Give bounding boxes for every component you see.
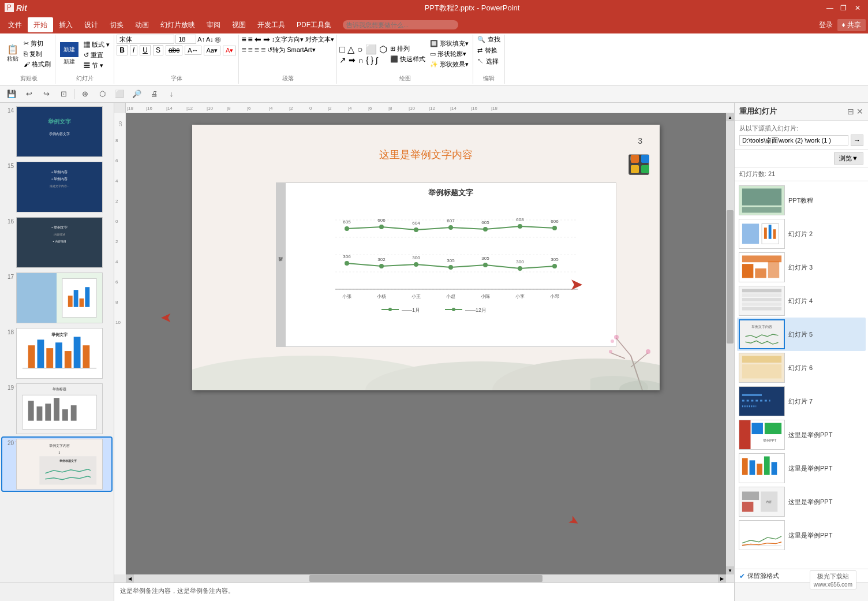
menu-animations[interactable]: 动画 bbox=[129, 17, 155, 32]
section-button[interactable]: ☰ 节 ▾ bbox=[82, 61, 111, 70]
close-button[interactable]: ✕ bbox=[852, 2, 863, 14]
panel-slide-item-8[interactable]: 举例PPT 这里是举例PPT bbox=[737, 418, 866, 451]
slide-thumb-17[interactable]: 17 bbox=[2, 271, 111, 324]
indent-decrease-button[interactable]: ⬅ bbox=[255, 35, 261, 44]
shadow-button[interactable]: S bbox=[153, 45, 163, 55]
scroll-thumb-v[interactable] bbox=[727, 210, 734, 344]
font-family-input[interactable] bbox=[117, 35, 174, 44]
arrow-source-button[interactable]: → bbox=[851, 135, 863, 146]
scroll-down-button[interactable]: ▼ bbox=[726, 566, 734, 574]
copy-button[interactable]: ⎘ 复制 bbox=[22, 49, 53, 59]
justify-button[interactable]: ≡ bbox=[261, 45, 265, 54]
font-color-button[interactable]: A▾ bbox=[223, 46, 236, 55]
slide-thumb-19[interactable]: 19 ★ 举例标题 bbox=[2, 382, 111, 435]
maximize-button[interactable]: ❐ bbox=[838, 2, 850, 14]
keep-source-format-check[interactable]: ✔ bbox=[739, 572, 745, 580]
panel-slide-item-3[interactable]: 幻灯片 3 bbox=[737, 251, 866, 284]
qa-btn2[interactable]: ⬡ bbox=[95, 87, 109, 101]
panel-slide-item-6[interactable]: 幻灯片 6 bbox=[737, 351, 866, 385]
indent-increase-button[interactable]: ➡ bbox=[263, 35, 270, 44]
qa-btn6[interactable]: ↓ bbox=[164, 87, 178, 101]
replace-button[interactable]: ⇄ 替换 bbox=[476, 46, 499, 55]
align-right-button[interactable]: ≡ bbox=[255, 45, 259, 54]
qa-save[interactable]: 💾 bbox=[5, 87, 18, 101]
format-painter-button[interactable]: 🖌 格式刷 bbox=[22, 59, 53, 69]
new-slide-button[interactable]: 新建 新建 bbox=[58, 41, 81, 67]
qa-btn1[interactable]: ⊕ bbox=[78, 87, 92, 101]
menu-insert[interactable]: 插入 bbox=[53, 17, 78, 32]
layout-button[interactable]: ▦ 版式 ▾ bbox=[82, 40, 111, 50]
list-bullets-button[interactable]: ≡ bbox=[241, 35, 246, 44]
search-input[interactable] bbox=[343, 20, 458, 29]
font-size-input[interactable] bbox=[175, 35, 196, 44]
right-panel-close[interactable]: ✕ bbox=[856, 107, 863, 116]
panel-slide-item-9[interactable]: 这里是举例PPT bbox=[737, 451, 866, 485]
menu-pdf[interactable]: PDF工具集 bbox=[291, 17, 337, 32]
qa-btn4[interactable]: 🔎 bbox=[130, 87, 144, 101]
qa-redo[interactable]: ↪ bbox=[39, 87, 53, 101]
quick-styles-button[interactable]: ⬛ 快速样式 bbox=[388, 54, 427, 64]
select-button[interactable]: ↖ 选择 bbox=[476, 57, 500, 66]
slide-canvas[interactable]: 这里是举例文字内容 3 ⬛ bbox=[126, 113, 726, 574]
align-center-button[interactable]: ≡ bbox=[248, 45, 253, 54]
scroll-thumb-h[interactable] bbox=[309, 575, 543, 582]
underline-button[interactable]: U bbox=[140, 45, 151, 55]
login-button[interactable]: 登录 bbox=[819, 20, 833, 30]
align-text-button[interactable]: 对齐文本▾ bbox=[305, 35, 334, 44]
panel-slide-item-1[interactable]: PPT教程 bbox=[737, 184, 866, 217]
shape-outline-button[interactable]: ▭ 形状轮廓▾ bbox=[428, 49, 470, 59]
italic-button[interactable]: I bbox=[130, 45, 137, 55]
horizontal-scrollbar[interactable]: ◀ ▶ bbox=[126, 574, 726, 583]
menu-view[interactable]: 视图 bbox=[226, 17, 252, 32]
text-direction-button[interactable]: ↕文字方向▾ bbox=[272, 35, 304, 44]
qa-preview[interactable]: ⊡ bbox=[57, 87, 70, 101]
arrange-button[interactable]: ⊞ 排列 bbox=[388, 44, 427, 54]
menu-devtools[interactable]: 开发工具 bbox=[252, 17, 291, 32]
scroll-up-button[interactable]: ▲ bbox=[726, 113, 734, 121]
reset-button[interactable]: ↺ 重置 bbox=[82, 50, 111, 60]
menu-slideshow[interactable]: 幻灯片放映 bbox=[155, 17, 201, 32]
char-spacing-button[interactable]: A↔ bbox=[185, 46, 201, 55]
qa-btn3[interactable]: ⬜ bbox=[113, 87, 126, 101]
minimize-button[interactable]: — bbox=[824, 2, 836, 14]
font-size-increase[interactable]: A↑ bbox=[197, 36, 205, 43]
menu-file[interactable]: 文件 bbox=[2, 17, 28, 32]
menu-home[interactable]: 开始 bbox=[28, 17, 53, 32]
paste-button[interactable]: 📋 粘贴 bbox=[5, 44, 21, 64]
notes-area[interactable]: 这是举例备注内容，这是举例备注内容。 bbox=[114, 583, 734, 601]
font-size-decrease[interactable]: A↓ bbox=[206, 36, 214, 43]
share-button[interactable]: ♦ 共享 bbox=[837, 19, 866, 31]
scroll-right-button[interactable]: ▶ bbox=[718, 574, 726, 583]
panel-slide-item-4[interactable]: 幻灯片 4 bbox=[737, 284, 866, 318]
clear-format-button[interactable]: ㊙ bbox=[215, 35, 221, 44]
menu-transitions[interactable]: 切换 bbox=[104, 17, 129, 32]
vertical-scrollbar[interactable]: ▲ ▼ bbox=[726, 113, 734, 574]
right-panel-collapse[interactable]: ⊟ bbox=[847, 107, 854, 116]
qa-btn5[interactable]: 🖨 bbox=[147, 87, 161, 101]
shape-effects-button[interactable]: ✨ 形状效果▾ bbox=[428, 59, 470, 69]
find-button[interactable]: 🔍 查找 bbox=[476, 35, 502, 44]
slide-thumb-20[interactable]: 20 ★ 举例文字内容 3 举例标题文字 bbox=[2, 438, 111, 491]
slide-thumb-14[interactable]: 14 举例文字 示例内容文字 bbox=[2, 105, 111, 158]
source-path-input[interactable] bbox=[739, 135, 848, 145]
cut-button[interactable]: ✂ 剪切 bbox=[22, 39, 53, 48]
slide-thumb-16[interactable]: 16 • 举例文字 内容描述 • 内容项目 bbox=[2, 216, 111, 269]
menu-review[interactable]: 审阅 bbox=[201, 17, 226, 32]
slide-thumb-18[interactable]: 18 举例文字 bbox=[2, 327, 111, 380]
panel-slide-item-10[interactable]: 内容 这里是举例PPT bbox=[737, 485, 866, 518]
slide-thumb-15[interactable]: 15 • 举例内容 • 举例内容 描述文字内容... bbox=[2, 160, 111, 214]
menu-design[interactable]: 设计 bbox=[78, 17, 104, 32]
panel-slide-item-7[interactable]: 幻灯片 7 bbox=[737, 385, 866, 418]
smartart-button[interactable]: ↺转为 SmartArt▾ bbox=[267, 46, 315, 54]
bold-button[interactable]: B bbox=[117, 45, 128, 55]
browse-button[interactable]: 浏览▼ bbox=[834, 152, 863, 165]
case-button[interactable]: Aa▾ bbox=[204, 46, 220, 55]
strikethrough-button[interactable]: abc bbox=[166, 45, 182, 55]
shape-fill-button[interactable]: 🔲 形状填充▾ bbox=[428, 39, 470, 48]
scroll-left-button[interactable]: ◀ bbox=[126, 574, 134, 583]
align-left-button[interactable]: ≡ bbox=[241, 45, 246, 54]
panel-slide-item-2[interactable]: 幻灯片 2 bbox=[737, 217, 866, 251]
panel-slide-item-5[interactable]: 举例文字内容 幻灯片 5 bbox=[737, 318, 866, 351]
qa-undo[interactable]: ↩ bbox=[22, 87, 36, 101]
list-numbers-button[interactable]: ≡ bbox=[248, 35, 253, 44]
